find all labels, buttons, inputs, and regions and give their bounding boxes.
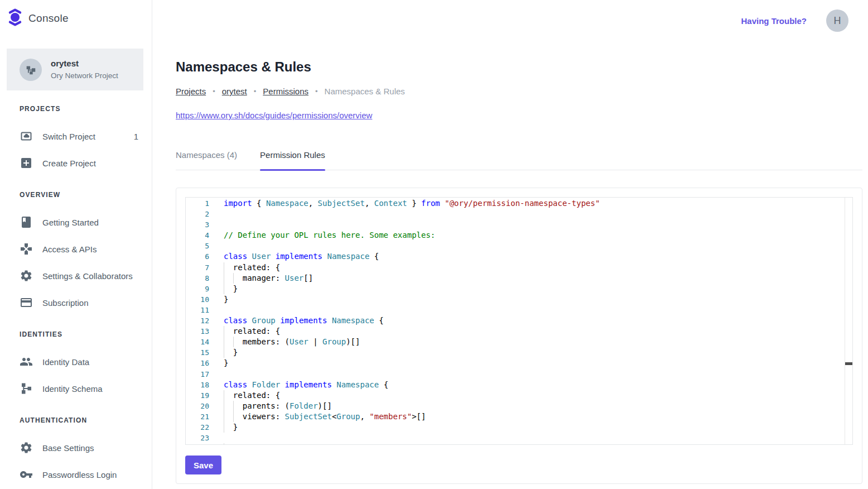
subscription-icon [20, 296, 33, 309]
line-number: 13 [186, 326, 220, 337]
nav-section-overview: OVERVIEWGetting StartedAccess & APIsSett… [0, 189, 152, 316]
code-text: // Define your OPL rules here. Some exam… [220, 230, 844, 241]
identity-data-icon [20, 355, 33, 368]
breadcrumb: Projects•orytest•Permissions•Namespaces … [176, 87, 862, 96]
nav-section-authentication: AUTHENTICATIONBase SettingsPasswordless … [0, 415, 152, 488]
line-number: 12 [186, 315, 220, 326]
sidebar-item-settings-collaborators[interactable]: Settings & Collaborators [0, 262, 152, 289]
code-text: class User implements Namespace { [220, 251, 844, 262]
nav-section-title: AUTHENTICATION [0, 415, 152, 426]
indent-guide [233, 401, 234, 411]
code-text: class Group implements Namespace { [220, 315, 844, 326]
sidebar-item-label: Settings & Collaborators [42, 271, 133, 281]
indent-guide [224, 411, 224, 422]
sidebar-item-label: Identity Data [42, 357, 89, 367]
line-number: 4 [186, 230, 220, 241]
code-line: 3 [186, 219, 844, 230]
sidebar: Console orytest Ory Network Project PROJ… [0, 0, 152, 489]
code-text: } [220, 347, 844, 358]
tab-permission-rules[interactable]: Permission Rules [260, 150, 325, 170]
breadcrumb-separator: • [254, 87, 257, 95]
current-project-card[interactable]: orytest Ory Network Project [7, 49, 143, 90]
code-line: 14 members: (User | Group)[] [186, 337, 844, 347]
key-icon [20, 468, 33, 481]
breadcrumb-permissions[interactable]: Permissions [263, 87, 308, 96]
code-line: 1import { Namespace, SubjectSet, Context… [186, 198, 844, 209]
nav-section-projects: PROJECTSSwitch Project1Create Project [0, 103, 152, 176]
app-logo[interactable]: Console [0, 0, 152, 28]
line-number: 16 [186, 358, 220, 368]
code-line: 8 manager: User[] [186, 273, 844, 284]
code-text: related: { [220, 390, 844, 401]
line-number: 10 [186, 294, 220, 305]
sidebar-item-subscription[interactable]: Subscription [0, 289, 152, 316]
code-text: manager: User[] [220, 273, 844, 284]
code-text: parents: (Folder)[] [220, 401, 844, 411]
user-avatar[interactable]: H [826, 9, 848, 32]
line-number: 3 [186, 219, 220, 230]
breadcrumb-orytest[interactable]: orytest [222, 87, 247, 96]
code-line: 7 related: { [186, 262, 844, 273]
editor-lines: 1import { Namespace, SubjectSet, Context… [186, 198, 844, 445]
line-number: 1 [186, 198, 220, 209]
breadcrumb-projects[interactable]: Projects [176, 87, 206, 96]
code-text: related: { [220, 326, 844, 337]
indent-guide [233, 411, 234, 422]
breadcrumb-separator: • [213, 87, 215, 95]
code-line: 19 related: { [186, 390, 844, 401]
opl-code-editor[interactable]: 1import { Namespace, SubjectSet, Context… [185, 197, 853, 445]
docs-link[interactable]: https://www.ory.sh/docs/guides/permissio… [176, 111, 372, 120]
indent-guide [233, 337, 234, 347]
line-number: 11 [186, 305, 220, 315]
sidebar-item-create-project[interactable]: Create Project [0, 150, 152, 176]
code-line: 2 [186, 209, 844, 219]
tab-namespaces-4[interactable]: Namespaces (4) [176, 150, 237, 170]
indent-guide [224, 443, 224, 445]
sidebar-item-label: Switch Project [42, 132, 95, 141]
sidebar-item-identity-schema[interactable]: Identity Schema [0, 375, 152, 402]
nav-section-identities: IDENTITIESIdentity DataIdentity Schema [0, 329, 152, 402]
line-number: 22 [186, 422, 220, 433]
indent-guide [224, 390, 224, 401]
line-number: 14 [186, 337, 220, 347]
project-tree-icon [20, 59, 42, 81]
code-text: class Folder implements Namespace { [220, 380, 844, 390]
indent-guide [224, 422, 224, 433]
sidebar-item-getting-started[interactable]: Getting Started [0, 209, 152, 236]
code-text [220, 219, 844, 230]
line-number: 21 [186, 411, 220, 422]
indent-guide [224, 401, 224, 411]
code-line: 13 related: { [186, 326, 844, 337]
code-line: 23 [186, 433, 844, 443]
sidebar-item-base-settings[interactable]: Base Settings [0, 434, 152, 461]
scrollbar-cursor-marker [845, 362, 852, 365]
breadcrumb-namespaces-rules: Namespaces & Rules [325, 87, 405, 96]
sidebar-item-identity-data[interactable]: Identity Data [0, 348, 152, 375]
sidebar-item-label: Base Settings [42, 443, 94, 453]
main-area: Having Trouble? H Namespaces & Rules Pro… [152, 0, 868, 489]
sidebar-item-access-apis[interactable]: Access & APIs [0, 236, 152, 262]
create-project-icon [20, 156, 33, 170]
switch-project-icon [20, 130, 33, 143]
nav-section-title: IDENTITIES [0, 329, 152, 340]
indent-guide [224, 284, 224, 294]
sidebar-item-switch-project[interactable]: Switch Project1 [0, 123, 152, 150]
project-name: orytest [51, 58, 118, 69]
line-number: 18 [186, 380, 220, 390]
code-line: 11 [186, 305, 844, 315]
line-number: 23 [186, 433, 220, 443]
sidebar-item-label: Getting Started [42, 218, 99, 227]
getting-started-icon [20, 215, 33, 229]
sidebar-item-badge: 1 [134, 132, 138, 141]
sidebar-item-label: Passwordless Login [42, 470, 117, 480]
sidebar-item-passwordless-login[interactable]: Passwordless Login [0, 461, 152, 488]
indent-guide [224, 337, 224, 347]
save-button[interactable]: Save [185, 456, 221, 474]
ory-logo-icon [8, 8, 22, 28]
line-number: 19 [186, 390, 220, 401]
code-line: 15 } [186, 347, 844, 358]
editor-scrollbar[interactable] [845, 198, 852, 444]
code-text: members: (User | Group)[] [220, 337, 844, 347]
indent-guide [224, 347, 224, 358]
having-trouble-link[interactable]: Having Trouble? [741, 16, 807, 26]
